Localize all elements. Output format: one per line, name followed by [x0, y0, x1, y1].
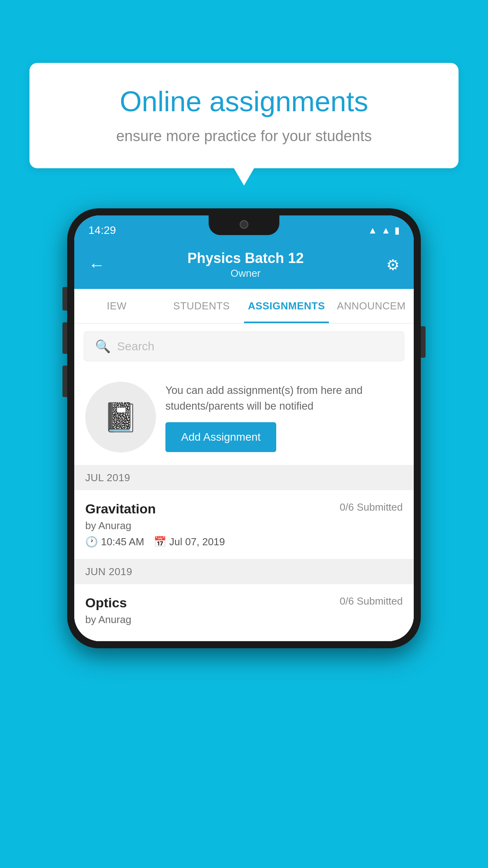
tabs-container: IEW STUDENTS ASSIGNMENTS ANNOUNCEM [74, 289, 414, 324]
signal-icon: ▲ [381, 225, 391, 236]
tab-announcements[interactable]: ANNOUNCEM [329, 289, 414, 323]
phone-outer: 14:29 ▲ ▲ ▮ ← Physics Batch 12 Owner ⚙ [67, 208, 421, 648]
bubble-subtitle: ensure more practice for your students [53, 128, 435, 145]
assignment-name: Gravitation [85, 501, 156, 517]
bubble-title: Online assignments [53, 85, 435, 118]
app-header: ← Physics Batch 12 Owner ⚙ [74, 242, 414, 289]
content-area: 🔍 Search 📓 You can add assignment(s) fro… [74, 324, 414, 641]
promo-section: 📓 You can add assignment(s) from here an… [74, 369, 414, 465]
assignment-top-row-optics: Optics 0/6 Submitted [85, 595, 403, 611]
phone-notch [209, 215, 279, 235]
assignment-item-gravitation[interactable]: Gravitation 0/6 Submitted by Anurag 🕐 10… [74, 490, 414, 559]
silent-button [62, 366, 67, 397]
status-icons: ▲ ▲ ▮ [368, 225, 400, 236]
volume-up-button [62, 287, 67, 311]
tab-students[interactable]: STUDENTS [159, 289, 244, 323]
speech-bubble: Online assignments ensure more practice … [29, 63, 459, 168]
section-header-jul: JUL 2019 [74, 465, 414, 490]
add-assignment-button[interactable]: Add Assignment [165, 422, 276, 452]
search-bar[interactable]: 🔍 Search [84, 331, 404, 361]
header-center: Physics Batch 12 Owner [187, 250, 304, 280]
search-container: 🔍 Search [74, 324, 414, 369]
assignment-submitted-optics: 0/6 Submitted [340, 595, 403, 607]
phone-screen: 14:29 ▲ ▲ ▮ ← Physics Batch 12 Owner ⚙ [74, 215, 414, 641]
back-button[interactable]: ← [88, 256, 105, 274]
promo-description: You can add assignment(s) from here and … [165, 383, 403, 414]
meta-date-value: Jul 07, 2019 [169, 536, 225, 548]
settings-button[interactable]: ⚙ [386, 256, 400, 274]
wifi-icon: ▲ [368, 225, 377, 236]
calendar-icon: 📅 [154, 536, 166, 548]
assignment-top-row: Gravitation 0/6 Submitted [85, 501, 403, 517]
battery-icon: ▮ [394, 225, 400, 236]
clock-icon: 🕐 [85, 536, 98, 548]
search-icon: 🔍 [95, 339, 111, 354]
header-subtitle: Owner [187, 267, 304, 280]
promo-content: You can add assignment(s) from here and … [165, 383, 403, 452]
tab-assignments[interactable]: ASSIGNMENTS [244, 289, 329, 323]
promo-icon-circle: 📓 [85, 382, 156, 452]
tab-iew[interactable]: IEW [74, 289, 159, 323]
power-button [421, 326, 426, 358]
search-placeholder: Search [117, 340, 154, 353]
assignment-name-optics: Optics [85, 595, 127, 611]
volume-down-button [62, 322, 67, 354]
phone-wrapper: 14:29 ▲ ▲ ▮ ← Physics Batch 12 Owner ⚙ [67, 208, 421, 648]
speech-bubble-container: Online assignments ensure more practice … [29, 63, 459, 168]
meta-time-value: 10:45 AM [101, 536, 144, 548]
assignment-by: by Anurag [85, 520, 403, 532]
status-time: 14:29 [88, 224, 116, 237]
assignment-item-optics[interactable]: Optics 0/6 Submitted by Anurag [74, 584, 414, 641]
header-title: Physics Batch 12 [187, 250, 304, 267]
meta-date: 📅 Jul 07, 2019 [154, 536, 225, 548]
assignment-by-optics: by Anurag [85, 614, 403, 626]
assignment-meta: 🕐 10:45 AM 📅 Jul 07, 2019 [85, 536, 403, 548]
meta-time: 🕐 10:45 AM [85, 536, 144, 548]
front-camera [240, 220, 248, 229]
section-header-jun: JUN 2019 [74, 559, 414, 584]
notebook-icon: 📓 [103, 401, 138, 434]
assignment-submitted: 0/6 Submitted [340, 501, 403, 513]
